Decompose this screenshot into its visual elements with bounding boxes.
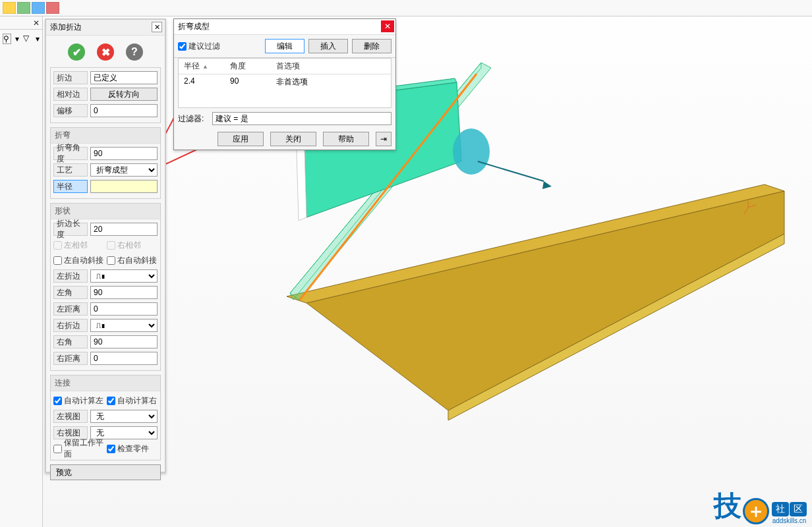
label-bend-angle: 折弯角度: [53, 147, 88, 160]
help-button[interactable]: ?: [126, 43, 143, 61]
filter-icon[interactable]: ▽: [23, 34, 32, 44]
label-right-ang: 右角: [53, 335, 88, 348]
pin-icon[interactable]: ⚲: [3, 34, 11, 44]
svg-marker-11: [542, 181, 552, 189]
left-dist-input[interactable]: [90, 302, 158, 316]
filter-label: 过滤器:: [178, 113, 210, 125]
label-opposite: 相对边: [53, 88, 88, 101]
tool-icon[interactable]: [32, 2, 45, 14]
logo-plus-icon: ＋: [743, 498, 769, 524]
svg-line-10: [478, 161, 544, 181]
close-icon[interactable]: ✕: [152, 22, 162, 32]
edit-button[interactable]: 编辑: [265, 39, 304, 53]
cell-radius: 2.4: [179, 74, 225, 90]
chk-left-adj: 左相邻: [53, 240, 104, 251]
panel-add-fold: 添加折边 ✕ ✔ ✖ ? 折边 已定义 相对边 反转方向 偏移: [45, 18, 166, 473]
panel-title: 添加折边 ✕: [46, 20, 165, 36]
panel-title-text: 折弯成型: [178, 21, 210, 32]
chk-right-adj: 右相邻: [107, 240, 158, 251]
chk-suggest-filter[interactable]: 建议过滤: [178, 41, 220, 52]
logo-url: addskills.cn: [772, 517, 807, 524]
panel-title-text: 添加折边: [50, 22, 82, 33]
filter-input[interactable]: [212, 112, 392, 125]
tool-icon[interactable]: [46, 2, 59, 14]
tool-icon[interactable]: [17, 2, 30, 14]
label-left-view: 左视图: [53, 410, 88, 423]
left-sidebar: ✕ ⚲ ▾ ▽ ▾: [0, 16, 43, 527]
label-process: 工艺: [53, 163, 88, 177]
section-shape: 形状: [51, 204, 160, 219]
chk-auto-right[interactable]: 自动计算右: [107, 395, 158, 406]
panel-title: 折弯成型 ✕: [174, 19, 395, 35]
dropdown-icon[interactable]: ▾: [15, 34, 19, 43]
svg-point-9: [453, 128, 490, 175]
insert-button[interactable]: 插入: [308, 39, 348, 53]
value-fold[interactable]: 已定义: [90, 71, 158, 84]
process-select[interactable]: 折弯成型: [90, 163, 158, 177]
logo-badge: 区: [790, 502, 807, 516]
apply-button[interactable]: 应用: [218, 132, 264, 146]
label-radius: 半径: [53, 180, 88, 193]
sidebar-tab-close[interactable]: ✕: [0, 16, 42, 30]
top-toolbar: [0, 0, 812, 16]
dropdown-icon[interactable]: ▾: [36, 34, 40, 43]
label-right-fold: 右折边: [53, 319, 88, 332]
label-fold-len: 折边长度: [53, 223, 88, 236]
help-button[interactable]: 帮助: [323, 132, 369, 146]
col-pref[interactable]: 首选项: [271, 59, 391, 74]
bend-table[interactable]: 半径▲ 角度 首选项 2.4 90 非首选项: [178, 58, 392, 108]
right-ang-input[interactable]: [90, 335, 158, 348]
label-left-dist: 左距离: [53, 302, 88, 316]
fold-len-input[interactable]: [90, 223, 158, 236]
preview-button[interactable]: 预览: [50, 464, 161, 480]
logo-text: 技: [714, 487, 740, 524]
table-row[interactable]: 2.4 90 非首选项: [179, 74, 391, 90]
right-dist-input[interactable]: [90, 352, 158, 365]
chk-keep-wp[interactable]: 保留工作平面: [53, 437, 104, 460]
delete-button[interactable]: 删除: [352, 39, 392, 53]
label-right-dist: 右距离: [53, 352, 88, 365]
cancel-button[interactable]: ✖: [97, 43, 114, 61]
logo-badge: 社: [772, 502, 789, 516]
radius-input[interactable]: [90, 180, 158, 193]
label-left-ang: 左角: [53, 286, 88, 299]
sort-asc-icon: ▲: [202, 63, 208, 70]
pin-icon[interactable]: ⇥: [376, 132, 392, 146]
right-fold-select[interactable]: ⎍∎: [90, 319, 158, 332]
col-radius[interactable]: 半径▲: [179, 59, 225, 74]
offset-input[interactable]: [90, 104, 158, 117]
cell-pref: 非首选项: [271, 74, 391, 90]
left-view-select[interactable]: 无: [90, 410, 158, 423]
left-fold-select[interactable]: ⎍∎: [90, 269, 158, 283]
close-icon[interactable]: ✕: [381, 20, 394, 32]
tool-icon[interactable]: [3, 2, 16, 14]
panel-bend-forming: 折弯成型 ✕ 建议过滤 编辑 插入 删除 半径▲ 角度 首选项 2.4 90 非…: [173, 18, 396, 150]
label-fold: 折边: [53, 71, 88, 84]
svg-marker-0: [306, 191, 784, 410]
table-header[interactable]: 半径▲ 角度 首选项: [179, 59, 391, 74]
chk-right-auto[interactable]: 右自动斜接: [107, 255, 158, 266]
left-ang-input[interactable]: [90, 286, 158, 299]
label-offset: 偏移: [53, 104, 88, 117]
chk-auto-left[interactable]: 自动计算左: [53, 395, 104, 406]
ok-button[interactable]: ✔: [68, 43, 85, 61]
col-angle[interactable]: 角度: [225, 59, 271, 74]
label-left-fold: 左折边: [53, 269, 88, 283]
cell-angle: 90: [225, 74, 271, 90]
chk-check-part[interactable]: 检查零件: [107, 443, 158, 455]
bend-angle-input[interactable]: [90, 147, 158, 160]
chk-left-auto[interactable]: 左自动斜接: [53, 255, 104, 266]
watermark-logo: 技 ＋ 社 区 addskills.cn: [714, 487, 807, 524]
section-conn: 连接: [51, 375, 160, 391]
close-button[interactable]: 关闭: [270, 132, 316, 146]
reverse-button[interactable]: 反转方向: [90, 88, 158, 101]
section-bend: 折弯: [51, 128, 160, 144]
